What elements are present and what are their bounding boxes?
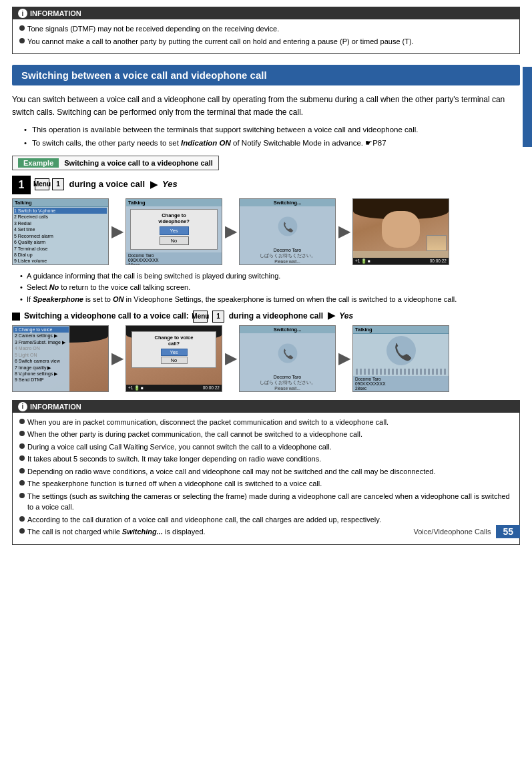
page: i INFORMATION Tone signals (DTMF) may no… — [0, 7, 532, 545]
top-info-item-1: Tone signals (DTMF) may not be received … — [19, 23, 513, 35]
step-1-content: Menu 1 during a voice call ▶ Yes — [35, 176, 178, 190]
sim-talking-2: Talking Docomo Taro090XXXXXXXX28sec — [353, 326, 449, 391]
top-info-box-header: i INFORMATION — [13, 7, 519, 19]
step-1-text: during a voice call — [67, 179, 148, 189]
switch-wait-1: しばらくお待ちください。Please wait... — [240, 253, 335, 264]
bullet-2 — [19, 38, 25, 43]
menu-key-2[interactable]: Menu — [193, 311, 208, 323]
bottom-info-item-3: It takes about 5 seconds to switch. It m… — [19, 453, 513, 465]
switch-name-1: Docomo Taro — [240, 247, 335, 253]
sim-dialog-1: Talking Change tovideophone? Yes No Doco… — [126, 199, 222, 264]
bullet-b4 — [19, 468, 25, 473]
screen-switching-1: Switching... Docomo Taro しばらくお待ちください。Ple… — [239, 198, 336, 265]
bottom-info-text-7: According to the call duration of a voic… — [27, 514, 381, 526]
note-1-3: If Speakerphone is set to ON in Videopho… — [20, 294, 520, 305]
switch-header-2: Switching... — [240, 326, 335, 333]
menu-item-0: 1 Switch to V-phone — [14, 208, 107, 214]
step-1-row: 1 Menu 1 during a voice call ▶ Yes — [12, 176, 520, 194]
intro-bullets: This operation is available between the … — [24, 124, 520, 149]
phone-icon-1 — [277, 216, 298, 237]
switch-icon-area-2 — [240, 333, 335, 374]
bottom-info-box: i INFORMATION When you are in packet com… — [12, 400, 520, 545]
photo-small-1 — [427, 235, 447, 251]
talking-header-2: Talking — [353, 326, 449, 334]
info-icon: i — [18, 9, 27, 18]
switch-icon-area-1 — [240, 206, 335, 247]
bottom-info-item-6: The settings (such as switching the came… — [19, 491, 513, 513]
screens-row-2: 1 Change to voice 2 Camera settings ▶ 3 … — [12, 325, 520, 392]
bottom-info-item-7: According to the call duration of a voic… — [19, 514, 513, 526]
arrow-1: ▶ — [150, 179, 158, 190]
intro-paragraph: You can switch between a voice call and … — [12, 93, 520, 119]
num-key-2[interactable]: 1 — [212, 311, 224, 323]
bottom-info-title: INFORMATION — [30, 403, 81, 411]
talking-icon-area — [353, 334, 449, 367]
bottom-info-item-4: Depending on radio wave conditions, a vo… — [19, 466, 513, 477]
bottom-info-text-2: During a voice call using Call Waiting S… — [27, 441, 332, 453]
screens-row-1: Talking 1 Switch to V-phone 2 Received c… — [12, 198, 520, 265]
bullet-b1 — [19, 431, 25, 436]
dialog-2-timer-icon: +1 🔋 ■ — [128, 385, 144, 391]
section-title: Switching between a voice call and video… — [12, 65, 520, 85]
top-info-box-title: INFORMATION — [30, 9, 81, 17]
notes-list-1: A guidance informing that the call is be… — [20, 270, 520, 305]
switch-wait-2: しばらくお待ちください。Please wait... — [240, 380, 335, 391]
bullet-b8 — [19, 528, 25, 534]
photo-oval-1 — [382, 211, 420, 248]
arrow-2: ▶ — [328, 310, 335, 321]
dialog-2-yes[interactable]: Yes — [161, 349, 188, 356]
intro-bullet-2: To switch calls, the other party needs t… — [24, 138, 520, 149]
dialog-2-timer: 00:00:22 — [203, 385, 220, 391]
bottom-info-text-0: When you are in packet communication, di… — [27, 417, 388, 428]
black-section-text: Switching a videophone call to a voice c… — [24, 310, 353, 323]
num-key-1[interactable]: 1 — [52, 178, 64, 190]
menu-key-1[interactable]: Menu — [35, 178, 49, 190]
intro-bullet-1: This operation is available between the … — [24, 124, 520, 136]
top-info-box: i INFORMATION Tone signals (DTMF) may no… — [12, 7, 520, 54]
bottom-info-text-6: The settings (such as switching the came… — [27, 491, 513, 513]
svg-point-1 — [278, 344, 297, 363]
step-1-num: 1 — [12, 176, 31, 194]
dialog-title: Change tovideophone? — [135, 212, 213, 224]
example-text: Switching a voice call to a videophone c… — [64, 159, 213, 167]
menu-item-8: 9 Listen volume — [14, 258, 107, 264]
menu-item-3: 4 Set time — [14, 226, 107, 232]
screen1-header: Talking — [13, 199, 108, 207]
bottom-info-text-3: It takes about 5 seconds to switch. It m… — [27, 453, 321, 465]
arrow-between-2-3: ▶ — [225, 223, 236, 240]
menu-item-2: 3 Redial — [14, 220, 107, 226]
sim-screen-1: Talking 1 Switch to V-phone 2 Received c… — [13, 199, 108, 264]
dialog-footer: Docomo Taro090XXXXXXXX14sec — [126, 252, 222, 265]
bottom-info-item-0: When you are in packet communication, di… — [19, 417, 513, 428]
dialog-btn-no[interactable]: No — [160, 236, 189, 245]
screen-photo-1: +1 🔋 ■ 00:00:22 — [352, 198, 449, 265]
page-footer: Voice/Videophone Calls 55 — [413, 525, 520, 538]
bottom-info-text-4: Depending on radio wave conditions, a vo… — [27, 466, 436, 477]
top-info-text-2: You cannot make a call to another party … — [27, 36, 414, 47]
phone-icon-2 — [277, 343, 298, 364]
menu-item-6: 7 Terminal close — [14, 246, 107, 252]
bottom-info-text-1: When the other party is during packet co… — [27, 429, 362, 440]
menu-overlay: 1 Change to voice 2 Camera settings ▶ 3 … — [13, 326, 69, 391]
menu-item-1: 2 Received calls — [14, 214, 107, 220]
top-info-text-1: Tone signals (DTMF) may not be received … — [27, 23, 279, 35]
arrow-between-3-4: ▶ — [338, 223, 350, 240]
page-number: 55 — [496, 525, 520, 538]
footer-text: Voice/Videophone Calls — [413, 528, 491, 536]
screen-switching-2: Switching... Docomo Taro しばらくお待ちください。Ple… — [239, 325, 336, 392]
dialog-btn-yes[interactable]: Yes — [160, 226, 189, 235]
dialog-2-box: Change to voicecall? Yes No — [131, 331, 216, 368]
note-1-2: Select No to return to the voice call ta… — [20, 282, 520, 293]
screen-talking-2: Talking Docomo Taro090XXXXXXXX28sec — [352, 325, 449, 392]
dialog-2-no[interactable]: No — [161, 357, 188, 364]
note-1-1: A guidance informing that the call is be… — [20, 270, 520, 282]
arrow-between-6-7: ▶ — [225, 350, 236, 367]
bullet-b0 — [19, 419, 25, 424]
bottom-info-item-2: During a voice call using Call Waiting S… — [19, 441, 513, 453]
black-square — [12, 313, 20, 321]
arrow-between-7-8: ▶ — [338, 350, 350, 367]
top-info-item-2: You cannot make a call to another party … — [19, 36, 513, 47]
arrow-between-1-2: ▶ — [111, 223, 123, 240]
bottom-info-box-header: i INFORMATION — [13, 401, 519, 413]
bullet-b7 — [19, 516, 25, 522]
